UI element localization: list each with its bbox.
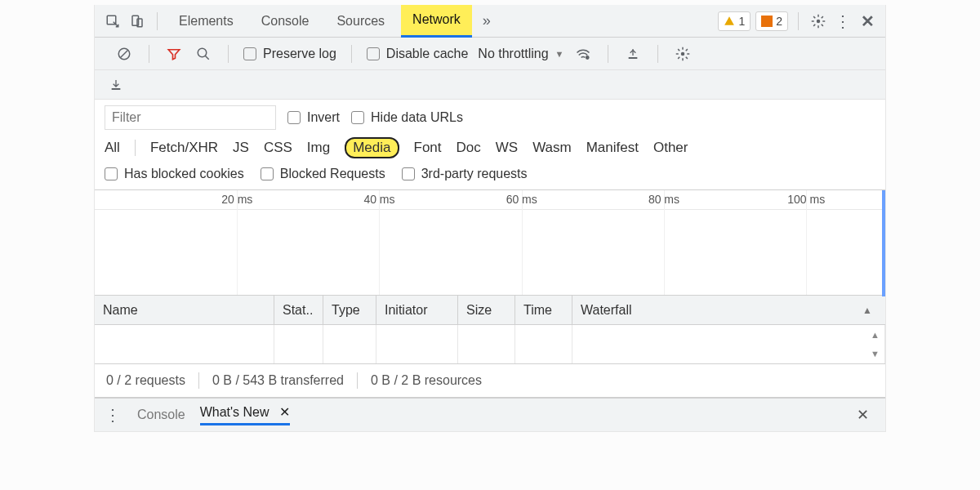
status-bar: 0 / 2 requests 0 B / 543 B transferred 0… <box>95 364 885 397</box>
search-icon[interactable] <box>194 44 213 64</box>
third-party-toggle[interactable]: 3rd-party requests <box>402 167 528 181</box>
status-requests: 0 / 2 requests <box>106 373 185 388</box>
clear-icon[interactable] <box>114 44 134 64</box>
filter-icon[interactable] <box>164 44 184 64</box>
timeline-overview[interactable]: 20 ms 40 ms 60 ms 80 ms 100 ms <box>95 189 885 296</box>
svg-point-8 <box>681 51 685 56</box>
col-type[interactable]: Type <box>323 296 376 324</box>
disable-cache-label: Disable cache <box>386 47 469 61</box>
type-doc[interactable]: Doc <box>457 140 481 156</box>
hide-dataurls-label: Hide data URLs <box>371 110 463 125</box>
errors-badge[interactable]: 2 <box>755 11 788 31</box>
divider <box>157 12 158 30</box>
svg-point-6 <box>586 56 589 58</box>
network-toolbar: Preserve log Disable cache No throttling… <box>95 38 885 70</box>
col-size[interactable]: Size <box>458 296 515 324</box>
svg-rect-9 <box>112 88 121 90</box>
type-media[interactable]: Media <box>345 137 399 158</box>
type-css[interactable]: CSS <box>264 140 292 156</box>
import-har-icon[interactable] <box>623 44 643 64</box>
svg-point-5 <box>198 48 207 57</box>
invert-label: Invert <box>307 110 340 125</box>
blocked-requests-label: Blocked Requests <box>280 167 385 181</box>
status-resources: 0 B / 2 B resources <box>371 373 482 388</box>
disable-cache-toggle[interactable]: Disable cache <box>367 47 469 61</box>
tab-network[interactable]: Network <box>401 5 472 38</box>
tab-console[interactable]: Console <box>250 5 321 38</box>
more-tabs-icon[interactable]: » <box>477 11 497 31</box>
col-waterfall[interactable]: Waterfall ▲ <box>572 296 885 324</box>
col-time[interactable]: Time <box>515 296 572 324</box>
tab-elements[interactable]: Elements <box>167 5 245 38</box>
invert-toggle[interactable]: Invert <box>287 110 340 125</box>
drawer-tab-whatsnew[interactable]: What's New ✕ <box>200 404 290 425</box>
warnings-count: 1 <box>738 15 745 28</box>
type-manifest[interactable]: Manifest <box>586 140 639 156</box>
drawer-menu-icon[interactable]: ⋮ <box>103 405 122 425</box>
settings-icon[interactable] <box>808 11 828 31</box>
warnings-badge[interactable]: 1 <box>718 11 751 31</box>
type-other[interactable]: Other <box>653 140 688 156</box>
drawer-close-icon[interactable]: ✕ <box>857 406 877 424</box>
requests-table-header: Name Stat.. Type Initiator Size Time Wat… <box>95 296 885 325</box>
scroll-up-icon[interactable]: ▲ <box>871 330 880 340</box>
divider <box>657 45 658 63</box>
preserve-log-label: Preserve log <box>263 47 336 61</box>
status-transferred: 0 B / 543 B transferred <box>212 373 344 388</box>
filter-input[interactable] <box>105 105 276 130</box>
device-toggle-icon[interactable] <box>127 11 147 31</box>
settings-icon-2[interactable] <box>673 44 693 64</box>
inspect-icon[interactable] <box>103 11 122 31</box>
drawer-tab-console[interactable]: Console <box>137 408 185 422</box>
errors-count: 2 <box>776 15 782 28</box>
divider <box>608 45 608 63</box>
hide-dataurls-toggle[interactable]: Hide data URLs <box>351 110 463 125</box>
type-font[interactable]: Font <box>414 140 442 156</box>
divider <box>798 12 799 30</box>
divider <box>149 45 149 63</box>
close-icon[interactable]: ✕ <box>858 11 877 31</box>
divider <box>351 45 352 63</box>
divider <box>228 45 229 63</box>
console-drawer: ⋮ Console What's New ✕ ✕ <box>95 397 885 431</box>
blocked-cookies-label: Has blocked cookies <box>124 167 244 181</box>
col-name[interactable]: Name <box>95 296 274 324</box>
type-fetch-xhr[interactable]: Fetch/XHR <box>150 140 218 156</box>
blocked-cookies-toggle[interactable]: Has blocked cookies <box>105 167 244 181</box>
filter-row: Invert Hide data URLs <box>95 100 885 132</box>
type-wasm[interactable]: Wasm <box>532 140 572 156</box>
blocked-requests-toggle[interactable]: Blocked Requests <box>261 167 385 181</box>
col-status[interactable]: Stat.. <box>274 296 323 324</box>
close-tab-icon[interactable]: ✕ <box>279 405 290 419</box>
svg-rect-7 <box>629 57 638 59</box>
requests-table-body: ▲ ▼ <box>95 325 885 364</box>
scroll-down-icon[interactable]: ▼ <box>871 349 880 359</box>
svg-point-3 <box>817 19 821 23</box>
throttling-label: No throttling <box>478 47 548 61</box>
top-tabs-row: Elements Console Sources Network » 1 2 ⋮… <box>95 5 885 38</box>
third-party-label: 3rd-party requests <box>421 167 528 181</box>
devtools-panel: Elements Console Sources Network » 1 2 ⋮… <box>94 5 886 432</box>
download-row <box>95 70 885 100</box>
kebab-menu-icon[interactable]: ⋮ <box>833 11 853 31</box>
timeline-end-marker[interactable] <box>882 190 885 296</box>
type-ws[interactable]: WS <box>496 140 518 156</box>
type-all[interactable]: All <box>105 140 120 156</box>
extra-filter-row: Has blocked cookies Blocked Requests 3rd… <box>95 163 885 189</box>
type-filter-row: All Fetch/XHR JS CSS Img Media Font Doc … <box>95 132 885 163</box>
network-conditions-icon[interactable] <box>573 44 593 64</box>
tab-sources[interactable]: Sources <box>325 5 396 38</box>
type-img[interactable]: Img <box>307 140 330 156</box>
type-js[interactable]: JS <box>233 140 249 156</box>
sort-asc-icon: ▲ <box>862 305 872 316</box>
col-initiator[interactable]: Initiator <box>376 296 458 324</box>
export-har-icon[interactable] <box>106 75 126 95</box>
preserve-log-toggle[interactable]: Preserve log <box>243 47 336 61</box>
throttling-select[interactable]: No throttling ▼ <box>478 47 564 61</box>
